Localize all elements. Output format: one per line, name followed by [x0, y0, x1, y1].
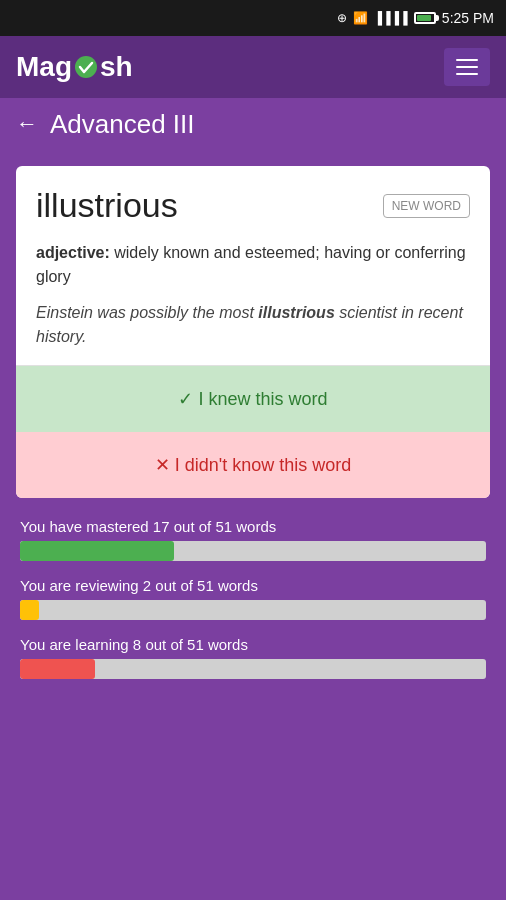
hamburger-line-3: [456, 73, 478, 75]
svg-point-0: [75, 56, 97, 78]
pos-label: adjective:: [36, 244, 110, 261]
new-word-badge: NEW WORD: [383, 194, 470, 218]
progress-section: You have mastered 17 out of 51 wordsYou …: [16, 518, 490, 679]
progress-item: You are learning 8 out of 51 words: [20, 636, 486, 679]
word-title: illustrious: [36, 186, 178, 225]
example-word: illustrious: [258, 304, 334, 321]
progress-bar-fill: [20, 659, 95, 679]
app-header: Mag sh: [0, 36, 506, 98]
logo-check-icon: [73, 56, 99, 78]
nav-bar: ← Advanced III: [0, 98, 506, 150]
back-button[interactable]: ←: [16, 111, 38, 137]
definition: adjective: widely known and esteemed; ha…: [36, 241, 470, 289]
main-content: illustrious NEW WORD adjective: widely k…: [0, 150, 506, 900]
gps-icon: ⊕: [337, 11, 347, 25]
page-title: Advanced III: [50, 109, 195, 140]
progress-bar-container: [20, 600, 486, 620]
logo-text-mag: Mag: [16, 51, 72, 83]
menu-button[interactable]: [444, 48, 490, 86]
progress-bar-container: [20, 541, 486, 561]
progress-bar-fill: [20, 600, 39, 620]
progress-item: You are reviewing 2 out of 51 words: [20, 577, 486, 620]
didnt-know-button[interactable]: ✕ I didn't know this word: [16, 432, 490, 498]
logo-text-sh: sh: [100, 51, 133, 83]
card-body: adjective: widely known and esteemed; ha…: [16, 235, 490, 365]
knew-button[interactable]: ✓ I knew this word: [16, 365, 490, 432]
progress-label: You are reviewing 2 out of 51 words: [20, 577, 486, 594]
status-bar: ⊕ 📶 ▐▐▐▐ 5:25 PM: [0, 0, 506, 36]
progress-bar-fill: [20, 541, 174, 561]
battery-icon: [414, 12, 436, 24]
progress-item: You have mastered 17 out of 51 words: [20, 518, 486, 561]
example-text-before: Einstein was possibly the most: [36, 304, 258, 321]
example-sentence: Einstein was possibly the most illustrio…: [36, 301, 470, 349]
word-card: illustrious NEW WORD adjective: widely k…: [16, 166, 490, 498]
progress-label: You have mastered 17 out of 51 words: [20, 518, 486, 535]
hamburger-line-1: [456, 59, 478, 61]
progress-label: You are learning 8 out of 51 words: [20, 636, 486, 653]
status-time: 5:25 PM: [442, 10, 494, 26]
progress-bar-container: [20, 659, 486, 679]
signal-icon: ▐▐▐▐: [374, 11, 408, 25]
app-logo: Mag sh: [16, 51, 133, 83]
hamburger-line-2: [456, 66, 478, 68]
wifi-icon: 📶: [353, 11, 368, 25]
card-header: illustrious NEW WORD: [16, 166, 490, 235]
